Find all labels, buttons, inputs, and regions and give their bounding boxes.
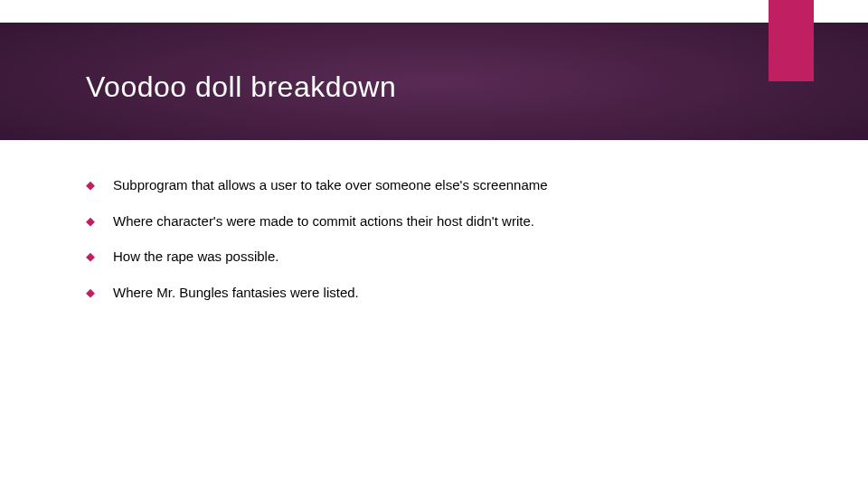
bullet-text: Where character's were made to commit ac…: [113, 212, 534, 230]
slide-title: Voodoo doll breakdown: [86, 70, 396, 104]
bullet-text: How the rape was possible.: [113, 248, 278, 266]
list-item: ◆ Where character's were made to commit …: [86, 212, 814, 230]
list-item: ◆ Where Mr. Bungles fantasies were liste…: [86, 284, 814, 302]
list-item: ◆ How the rape was possible.: [86, 248, 814, 266]
list-item: ◆ Subprogram that allows a user to take …: [86, 176, 814, 194]
bullet-text: Where Mr. Bungles fantasies were listed.: [113, 284, 359, 302]
bullet-list: ◆ Subprogram that allows a user to take …: [86, 176, 814, 319]
accent-tab: [769, 0, 814, 81]
diamond-bullet-icon: ◆: [86, 249, 95, 263]
bullet-text: Subprogram that allows a user to take ov…: [113, 176, 548, 194]
diamond-bullet-icon: ◆: [86, 178, 95, 192]
diamond-bullet-icon: ◆: [86, 214, 95, 228]
diamond-bullet-icon: ◆: [86, 286, 95, 299]
